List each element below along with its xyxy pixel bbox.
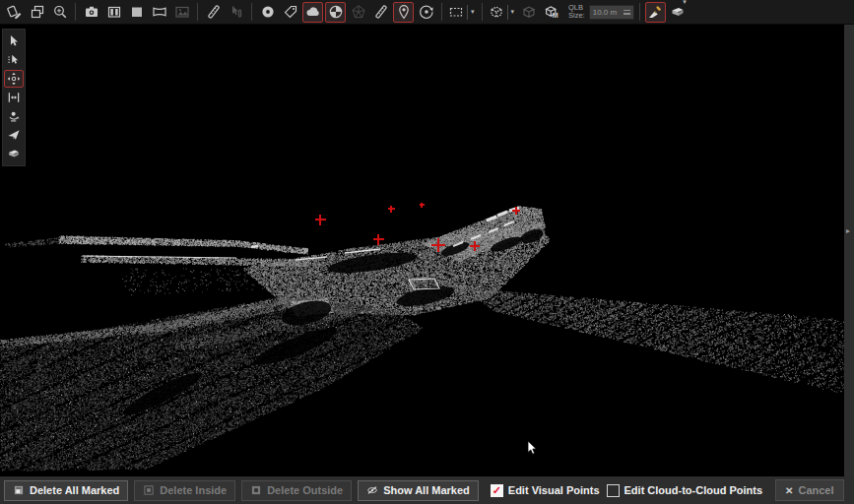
cancel-button: ✕ Cancel [775,479,843,501]
mesh-icon [351,4,366,20]
tie-point-marker[interactable] [373,234,384,245]
toolbar-group [257,2,436,23]
eraser-box-icon [670,4,686,20]
edit-tag-tool[interactable] [4,2,25,23]
toolbar-group [4,2,70,23]
intensity-sphere-icon [328,4,344,20]
cancel-x-icon: ✕ [785,485,793,496]
qlb-size-field: QLBSize:10.0 m [568,4,634,21]
delete-all-marked-button[interactable]: Delete All Marked [4,480,128,501]
person-view-icon [7,109,21,123]
move-points-icon [7,72,21,86]
tie-point-marker[interactable] [420,203,425,208]
tie-point-marker[interactable] [388,206,395,213]
chevron-down-icon[interactable]: ▾ [683,0,687,6]
disc-tool[interactable] [257,2,278,23]
delete-marked-icon [13,484,25,496]
select-cursor-icon [7,34,21,48]
split-view-tool[interactable] [103,2,124,23]
multi-select-cursor-icon [7,53,21,67]
disc-icon [260,4,276,20]
tie-point-marker[interactable] [512,207,520,215]
spinner-icon[interactable] [624,10,630,15]
edit-tag-icon [7,4,23,20]
toolbar-separator [251,3,252,21]
trowel-tool[interactable] [645,2,666,23]
chevron-down-icon[interactable]: ▾ [467,5,476,20]
toolbar-separator [197,3,198,21]
split-view-icon [106,4,122,20]
fit-span-tool[interactable] [4,89,24,106]
eraser-box-icon [7,147,21,160]
checkbox-box[interactable]: ✓ [491,484,503,497]
chevron-down-icon[interactable]: ▾ [507,5,516,20]
clip-box-tool[interactable]: ▾ [488,2,517,23]
top-toolbar: ▾▾MQLBSize:10.0 m▾ [0,0,854,25]
cascade-windows-tool[interactable] [27,2,47,23]
point-cloud-icon [305,4,321,20]
app-window: { "colors": { "toolbar_bg": "#1a1a1a", "… [0,0,854,504]
toolbar-group: ▾ [447,2,477,23]
probe-cursor-icon [229,4,244,20]
delete-inside-icon [143,484,155,496]
measure-tool[interactable] [370,2,391,23]
edit-visual-points-checkbox[interactable]: ✓Edit Visual Points [491,484,600,497]
panel-expander-icon[interactable]: ▸ [846,227,850,235]
checkbox-box[interactable] [607,484,620,497]
ruler-tool[interactable] [203,2,224,23]
person-view-tool[interactable] [4,107,24,125]
toolbar-group: ▾ [645,2,689,23]
map-pin-tool[interactable] [393,2,414,23]
multi-select-cursor-tool[interactable] [4,51,24,69]
point-cloud-tool[interactable] [302,2,323,23]
toolbar-separator [482,3,483,21]
tie-point-marker[interactable] [470,241,480,251]
box-m-icon: M [544,4,559,20]
tie-point-marker[interactable] [315,215,326,225]
cancel-label: Cancel [798,484,833,496]
fly-tool[interactable] [4,126,24,144]
right-panel-strip[interactable]: ▸ [844,25,854,476]
move-points-tool[interactable] [4,70,24,88]
box-icon [521,4,537,20]
select-rect-tool[interactable]: ▾ [447,2,477,23]
delete-outside-icon [250,484,262,496]
toolbar-group: ▾MQLBSize:10.0 m [488,2,634,23]
measure-icon [373,4,389,20]
tag-icon [283,4,298,20]
toolbar-separator [75,3,76,21]
eraser-box-tool[interactable]: ▾ [668,2,689,23]
panorama-tool[interactable] [149,2,169,23]
show-marked-icon [366,484,378,496]
toolbar-group [203,2,246,23]
single-view-tool[interactable] [126,2,147,23]
edit-options-group: ✓Edit Visual PointsEdit Cloud-to-Cloud P… [491,484,769,497]
cascade-windows-icon [30,4,45,20]
tag-tool[interactable] [280,2,300,23]
point-cloud-viewport[interactable] [0,0,854,504]
fit-span-icon [7,91,21,104]
edit-cloud-to-cloud-points-checkbox[interactable]: Edit Cloud-to-Cloud Points [607,484,763,497]
tie-point-marker[interactable] [431,238,445,252]
eraser-box-tool[interactable] [4,145,24,162]
image-tool [171,2,192,23]
orbit-point-tool[interactable] [416,2,436,23]
select-cursor-tool[interactable] [4,32,24,50]
map-pin-icon [396,4,412,20]
qlb-size-input[interactable]: 10.0 m [589,5,634,20]
camera-tool[interactable] [81,2,101,23]
delete-outside-button: Delete Outside [241,480,352,501]
mesh-tool [348,2,368,23]
probe-cursor-tool [226,2,246,23]
show-all-marked-button[interactable]: Show All Marked [358,480,479,501]
fly-icon [7,128,21,142]
intensity-sphere-tool[interactable] [325,2,346,23]
zoom-region-tool[interactable] [49,2,70,23]
left-tool-palette [2,29,26,166]
box-m-tool[interactable]: M [541,2,561,23]
trowel-icon [647,4,663,20]
panorama-icon [152,4,167,20]
toolbar-separator [639,3,640,21]
clip-box-icon [489,4,504,20]
box-tool [518,2,539,23]
